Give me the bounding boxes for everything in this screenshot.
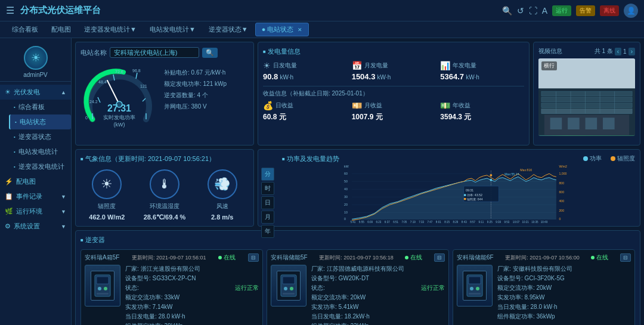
chart-tab-day[interactable]: 日 [261, 196, 274, 209]
tab-diagram[interactable]: 配电图 [45, 23, 77, 36]
sidebar-group-settings[interactable]: ⚙ 系统设置 ▼ [0, 219, 71, 234]
inverter-2-device-svg [280, 274, 298, 298]
avatar[interactable]: 👤 [624, 4, 638, 18]
station-search-button[interactable]: 🔍 [202, 48, 218, 58]
settings-icon: ⚙ [5, 222, 11, 230]
weather-irradiance: ☀ 辐照度 462.0 W/m2 [80, 169, 134, 221]
inverter-2-header: 安科瑞储能5F 更新时间: 2021-09-07 10:56:18 在线 ⊟ [271, 253, 445, 262]
svg-text:60: 60 [344, 172, 348, 175]
inverter-2-update: 更新时间: 2021-09-07 10:56:18 [319, 254, 394, 262]
svg-text:800: 800 [559, 181, 564, 185]
svg-text:8:57: 8:57 [470, 221, 475, 223]
svg-text:50: 50 [344, 179, 348, 183]
svg-text:0: 0 [85, 116, 88, 120]
svg-text:1,000: 1,000 [559, 172, 566, 175]
tab-inverter-stats[interactable]: 逆变器发电统计▼ [78, 23, 143, 36]
gauge-svg: 0 24.2 48.4 72.6 96.8 121 [80, 63, 158, 140]
sidebar-group-events[interactable]: 📋 事件记录 ▼ [0, 189, 71, 204]
inverter-1-expand-button[interactable]: ⊟ [248, 253, 259, 262]
logo-icon: ☀ [24, 46, 48, 70]
expand-icon-env: ▼ [61, 209, 66, 215]
svg-text:7:19: 7:19 [410, 221, 416, 223]
inverter-1-image [85, 265, 120, 307]
chart-panel: 功率及发电量趋势 功率 辐照度 分 时 日 [258, 149, 640, 227]
legend-power-dot [583, 156, 588, 161]
pv-icon: ☀ [5, 88, 11, 96]
camera-prev-button[interactable]: ‹ [615, 48, 621, 55]
camera-station-label: 横行 [541, 61, 557, 70]
svg-text:72.6: 72.6 [115, 70, 123, 74]
sidebar-item-inverter-gen[interactable]: • 逆变器发电统计 [9, 159, 71, 174]
sidebar-item-station-status[interactable]: • 电站状态 [9, 114, 71, 129]
status-badge-offline: 离线 [600, 5, 619, 16]
svg-text:20: 20 [344, 203, 348, 206]
camera-label: 视频信息 [538, 47, 562, 55]
inverter-card-2: 安科瑞储能5F 更新时间: 2021-09-07 10:56:18 在线 ⊟ [267, 249, 449, 325]
inverter-3-device-svg [466, 274, 484, 298]
svg-point-57 [490, 174, 492, 177]
camera-next-button[interactable]: › [628, 48, 635, 55]
sidebar-item-inverter-status[interactable]: • 逆变器状态 [9, 129, 71, 144]
tab-inverter-status[interactable]: 逆变器状态▼ [203, 23, 254, 36]
inverter-2-image [271, 265, 306, 307]
sidebar-group-pv[interactable]: ☀ 光伏发电 ▲ [0, 85, 71, 100]
inverter-3-body: 厂家: 安徽科技股份有限公司 设备型号: GCI-3F20K-5G 额定交流功率… [457, 265, 631, 322]
inverter-3-status: 在线 [591, 253, 608, 262]
chart-tab-month[interactable]: 月 [261, 211, 274, 224]
svg-text:600: 600 [559, 190, 564, 194]
svg-rect-17 [541, 97, 632, 102]
svg-text:kW: kW [344, 165, 349, 168]
tab-close-icon[interactable]: ✕ [298, 27, 302, 33]
sidebar-item-overview[interactable]: • 综合看板 [9, 100, 71, 114]
main-layout: ☀ adminPV ☀ 光伏发电 ▲ • 综合看板 • 电站状态 • 逆变器状态… [0, 38, 644, 325]
tab-station-status[interactable]: ● 电站状态 ✕ [255, 23, 309, 36]
svg-text:400: 400 [559, 199, 564, 203]
svg-text:200: 200 [559, 209, 564, 212]
temperature-label: 环境温湿度 [150, 202, 179, 211]
tab-overview[interactable]: 综合看板 [6, 23, 44, 36]
dot-icon: • [15, 119, 17, 125]
svg-text:9:53: 9:53 [504, 221, 510, 223]
daily-power-value: 90.8 kW·h [263, 72, 347, 81]
svg-text:8:43: 8:43 [462, 221, 467, 223]
camera-feed: 横行 [538, 58, 635, 136]
svg-text:10:35: 10:35 [531, 221, 538, 223]
weather-panel: 气象信息（更新时间: 2021-09-07 10:56:21） ☀ 辐照度 46… [75, 149, 254, 227]
tab-station-stats[interactable]: 电站发电统计▼ [144, 23, 202, 36]
sidebar-group-env[interactable]: 🌿 运行环境 ▼ [0, 204, 71, 219]
daily-power-item: ☀ 日发电量 90.8 kW·h [263, 61, 347, 81]
sidebar-pv-items: • 综合看板 • 电站状态 • 逆变器状态 • 电站发电统计 • 逆变器发电统计 [0, 100, 71, 174]
svg-point-60 [464, 194, 466, 196]
earnings-grid: 💰 日收益 60.8 元 💴 月收益 1007.9 元 [263, 101, 524, 122]
fullscreen-icon[interactable]: ⛶ [529, 6, 537, 16]
svg-text:辐照度: 644: 辐照度: 644 [467, 197, 483, 201]
svg-rect-93 [283, 277, 295, 284]
inverter-2-expand-button[interactable]: ⊟ [434, 253, 445, 262]
svg-line-1 [98, 97, 100, 103]
svg-text:6:37: 6:37 [385, 221, 390, 223]
sidebar-group-diagram[interactable]: ⚡ 配电图 [0, 174, 71, 189]
gauge-center: 27.31 实时发电功率(kW) [100, 103, 139, 128]
sidebar-item-station-gen[interactable]: • 电站发电统计 [9, 144, 71, 159]
chart-tab-year[interactable]: 年 [261, 225, 274, 238]
inverter-1-device-svg [94, 274, 112, 298]
svg-text:10:49: 10:49 [541, 221, 548, 223]
camera-header: 视频信息 共 1 条 ‹ 1 › [538, 47, 635, 55]
chart-tab-minute[interactable]: 分 [261, 168, 274, 181]
svg-text:8:29: 8:29 [453, 221, 459, 223]
refresh-icon[interactable]: ↺ [517, 6, 524, 16]
chart-tab-hour[interactable]: 时 [261, 182, 274, 195]
svg-line-4 [143, 98, 145, 101]
inverter-3-header: 安科瑞储能6F 更新时间: 2021-09-07 10:56:00 在线 ⊟ [457, 253, 631, 262]
search-icon[interactable]: 🔍 [502, 6, 512, 16]
font-icon[interactable]: A [542, 6, 547, 16]
expand-icon-settings: ▼ [61, 224, 66, 230]
gauge-area: 0 24.2 48.4 72.6 96.8 121 27.31 实时发电功率(k… [80, 63, 158, 140]
station-name-input[interactable] [110, 47, 199, 58]
inverter-2-info: 厂家: 江苏固德威电源科技有限公司 设备型号: GW20K-DT 状态: 运行正… [311, 265, 445, 325]
svg-text:0: 0 [344, 217, 346, 221]
svg-text:Max:816: Max:816 [520, 168, 532, 172]
menu-icon[interactable]: ☰ [6, 5, 14, 16]
inverter-3-expand-button[interactable]: ⊟ [620, 253, 631, 262]
inverter-grid: 安科瑞A箱5F 更新时间: 2021-09-07 10:56:01 在线 ⊟ [80, 249, 635, 325]
